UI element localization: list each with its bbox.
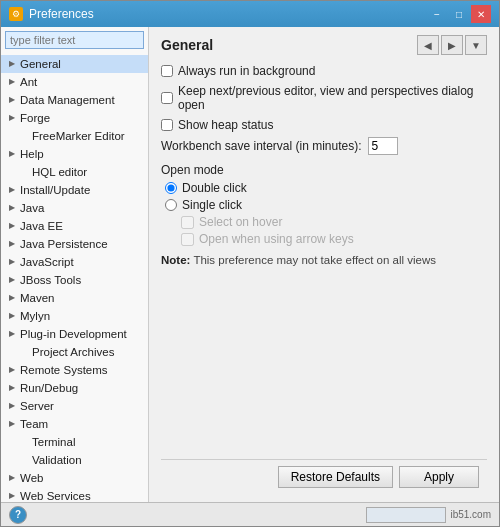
sidebar-item-label: Project Archives: [32, 344, 114, 360]
show-heap-checkbox[interactable]: [161, 119, 173, 131]
select-hover-checkbox[interactable]: [181, 216, 194, 229]
sidebar: ▶General▶Ant▶Data Management▶ForgeFreeMa…: [1, 27, 149, 502]
always-run-checkbox[interactable]: [161, 65, 173, 77]
sidebar-item-mylyn[interactable]: ▶Mylyn: [1, 307, 148, 325]
double-click-row: Double click: [161, 181, 487, 195]
sidebar-item-label: Mylyn: [20, 308, 50, 324]
double-click-radio[interactable]: [165, 182, 177, 194]
restore-defaults-button[interactable]: Restore Defaults: [278, 466, 393, 488]
sidebar-item-terminal[interactable]: Terminal: [1, 433, 148, 451]
double-click-label: Double click: [182, 181, 247, 195]
sidebar-item-label: General: [20, 56, 61, 72]
note-row: Note: This preference may not take effec…: [161, 252, 487, 268]
nav-back-button[interactable]: ◀: [417, 35, 439, 55]
expand-arrow-icon: ▶: [9, 380, 17, 396]
sidebar-item-java[interactable]: ▶Java: [1, 199, 148, 217]
sidebar-item-general[interactable]: ▶General: [1, 55, 148, 73]
expand-arrow-icon: ▶: [9, 416, 17, 432]
expand-arrow-icon: ▶: [9, 110, 17, 126]
sidebar-item-label: Server: [20, 398, 54, 414]
filter-input[interactable]: [5, 31, 144, 49]
sidebar-item-ant[interactable]: ▶Ant: [1, 73, 148, 91]
keep-editor-checkbox[interactable]: [161, 92, 173, 104]
sidebar-item-web[interactable]: ▶Web: [1, 469, 148, 487]
main-content: ▶General▶Ant▶Data Management▶ForgeFreeMa…: [1, 27, 499, 502]
expand-arrow-icon: ▶: [9, 74, 17, 90]
open-arrow-checkbox[interactable]: [181, 233, 194, 246]
expand-arrow-icon: ▶: [9, 218, 17, 234]
sidebar-item-help[interactable]: ▶Help: [1, 145, 148, 163]
note-text: This preference may not take effect on a…: [190, 254, 436, 266]
preferences-window: ⚙ Preferences − □ ✕ ▶General▶Ant▶Data Ma…: [0, 0, 500, 527]
interval-label: Workbench save interval (in minutes):: [161, 139, 362, 153]
maximize-button[interactable]: □: [449, 5, 469, 23]
title-bar: ⚙ Preferences − □ ✕: [1, 1, 499, 27]
note-prefix: Note:: [161, 254, 190, 266]
sidebar-item-label: Terminal: [32, 434, 75, 450]
sidebar-item-remote-systems[interactable]: ▶Remote Systems: [1, 361, 148, 379]
sidebar-item-javascript[interactable]: ▶JavaScript: [1, 253, 148, 271]
apply-button[interactable]: Apply: [399, 466, 479, 488]
sidebar-item-label: Java: [20, 200, 44, 216]
expand-arrow-icon: ▶: [9, 272, 17, 288]
main-panel: General ◀ ▶ ▼ Always run in background K…: [149, 27, 499, 502]
select-hover-row: Select on hover: [161, 215, 487, 229]
sidebar-item-label: Maven: [20, 290, 55, 306]
show-heap-row: Show heap status: [161, 117, 487, 133]
sidebar-item-label: Java EE: [20, 218, 63, 234]
site-text: ib51.com: [450, 509, 491, 520]
sidebar-item-label: Plug-in Development: [20, 326, 127, 342]
sidebar-item-project-archives[interactable]: Project Archives: [1, 343, 148, 361]
single-click-label: Single click: [182, 198, 242, 212]
sidebar-item-plugin-development[interactable]: ▶Plug-in Development: [1, 325, 148, 343]
open-mode-label: Open mode: [161, 163, 487, 177]
sidebar-item-label: Web Services: [20, 488, 91, 502]
expand-arrow-icon: ▶: [9, 254, 17, 270]
expand-arrow-icon: ▶: [9, 308, 17, 324]
sidebar-item-freemarker-editor[interactable]: FreeMarker Editor: [1, 127, 148, 145]
nav-dropdown-button[interactable]: ▼: [465, 35, 487, 55]
sidebar-item-hql-editor[interactable]: HQL editor: [1, 163, 148, 181]
expand-arrow-icon: ▶: [9, 92, 17, 108]
sidebar-item-label: FreeMarker Editor: [32, 128, 125, 144]
sidebar-item-team[interactable]: ▶Team: [1, 415, 148, 433]
sidebar-item-label: Run/Debug: [20, 380, 78, 396]
expand-arrow-icon: ▶: [9, 488, 17, 502]
keep-editor-row: Keep next/previous editor, view and pers…: [161, 83, 487, 113]
sidebar-item-maven[interactable]: ▶Maven: [1, 289, 148, 307]
sidebar-item-install-update[interactable]: ▶Install/Update: [1, 181, 148, 199]
open-arrow-row: Open when using arrow keys: [161, 232, 487, 246]
expand-arrow-icon: ▶: [9, 182, 17, 198]
help-status-icon[interactable]: ?: [9, 506, 27, 524]
sidebar-item-forge[interactable]: ▶Forge: [1, 109, 148, 127]
settings-area: Always run in background Keep next/previ…: [161, 63, 487, 459]
sidebar-item-java-ee[interactable]: ▶Java EE: [1, 217, 148, 235]
sidebar-item-label: Java Persistence: [20, 236, 108, 252]
minimize-button[interactable]: −: [427, 5, 447, 23]
interval-input[interactable]: [368, 137, 398, 155]
sidebar-item-java-persistence[interactable]: ▶Java Persistence: [1, 235, 148, 253]
sidebar-item-run-debug[interactable]: ▶Run/Debug: [1, 379, 148, 397]
sidebar-item-jboss-tools[interactable]: ▶JBoss Tools: [1, 271, 148, 289]
nav-forward-button[interactable]: ▶: [441, 35, 463, 55]
always-run-label: Always run in background: [178, 64, 315, 78]
section-title: General: [161, 37, 213, 53]
status-bar: ? ib51.com: [1, 502, 499, 526]
expand-arrow-icon: ▶: [9, 362, 17, 378]
sidebar-item-label: JavaScript: [20, 254, 74, 270]
sidebar-item-label: Data Management: [20, 92, 115, 108]
title-controls: − □ ✕: [427, 5, 491, 23]
close-button[interactable]: ✕: [471, 5, 491, 23]
sidebar-item-validation[interactable]: Validation: [1, 451, 148, 469]
sidebar-item-label: Forge: [20, 110, 50, 126]
expand-arrow-icon: ▶: [9, 326, 17, 342]
single-click-radio[interactable]: [165, 199, 177, 211]
expand-arrow-icon: ▶: [9, 56, 17, 72]
status-box: [366, 507, 446, 523]
nav-buttons: ◀ ▶ ▼: [417, 35, 487, 55]
sidebar-item-web-services[interactable]: ▶Web Services: [1, 487, 148, 502]
main-header: General ◀ ▶ ▼: [161, 35, 487, 55]
bottom-bar: Restore Defaults Apply: [161, 459, 487, 494]
sidebar-item-data-management[interactable]: ▶Data Management: [1, 91, 148, 109]
sidebar-item-server[interactable]: ▶Server: [1, 397, 148, 415]
